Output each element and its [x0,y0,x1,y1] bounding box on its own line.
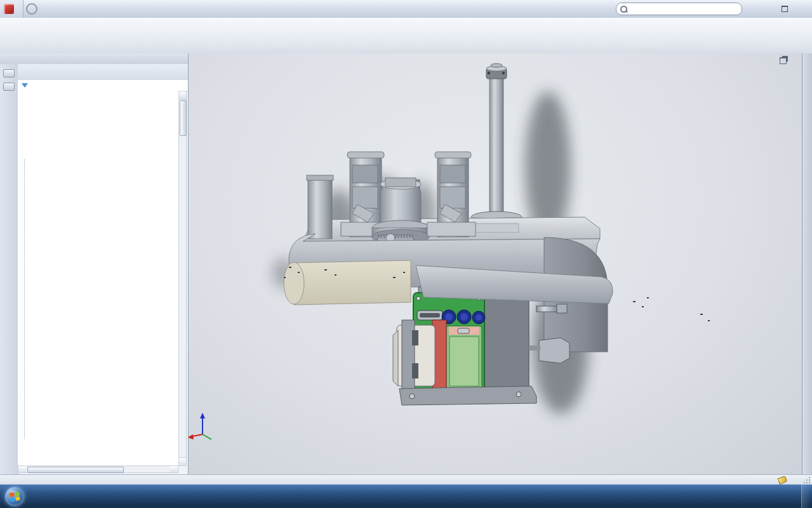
scroll-down-icon[interactable] [179,457,186,465]
viewport-triad [189,413,211,439]
window-controls [747,4,812,14]
status-bar [0,474,812,485]
tree-horizontal-scrollbar[interactable] [18,465,178,473]
robot-arm-model[interactable] [189,53,803,474]
scroll-thumb[interactable] [180,100,187,136]
tree-vertical-scrollbar[interactable] [178,91,187,466]
graphics-viewport[interactable] [188,53,803,474]
model-motor-towers [307,152,476,244]
help-button[interactable] [747,4,761,14]
assembly-toolbar [0,18,812,54]
search-icon [620,6,627,13]
panel-tab-bar [18,64,192,81]
solidworks-window [0,0,812,508]
title-bar [0,0,812,18]
start-button[interactable] [5,487,24,506]
solidworks-logo-icon [4,4,14,14]
task-pane-strip [802,53,812,474]
scroll-right-icon[interactable] [170,466,178,472]
resize-grip[interactable] [803,476,811,484]
status-right [745,477,812,483]
show-desktop-button[interactable] [801,485,809,508]
scroll-left-icon[interactable] [18,466,26,472]
rollback-bar-icon[interactable] [3,69,15,77]
maximize-button[interactable] [778,4,792,14]
status-tag-icon [778,476,788,485]
pin-menu-icon[interactable] [26,3,37,15]
tree-filter-bar[interactable] [18,80,192,91]
model-beige-block [284,260,411,305]
panel-rail [0,64,18,474]
solidworks-logo [0,0,23,18]
command-manager-tabs [0,53,190,65]
maximize-icon [782,6,788,12]
minimize-button[interactable] [762,4,776,14]
tree-guide-line [24,159,25,439]
search-box[interactable] [616,3,742,15]
search-input[interactable] [631,4,738,13]
filter-icon [22,83,28,88]
quick-access-toolbar [40,0,48,18]
system-tray [785,485,812,508]
scroll-up-icon[interactable] [179,91,186,100]
feature-tree [18,91,178,466]
windows-flag-icon [9,491,20,501]
windows-taskbar [0,485,812,508]
close-button[interactable] [793,4,807,14]
feature-manager-panel [0,64,189,474]
freeze-bar-icon[interactable] [3,83,15,91]
hscroll-thumb[interactable] [27,467,124,473]
